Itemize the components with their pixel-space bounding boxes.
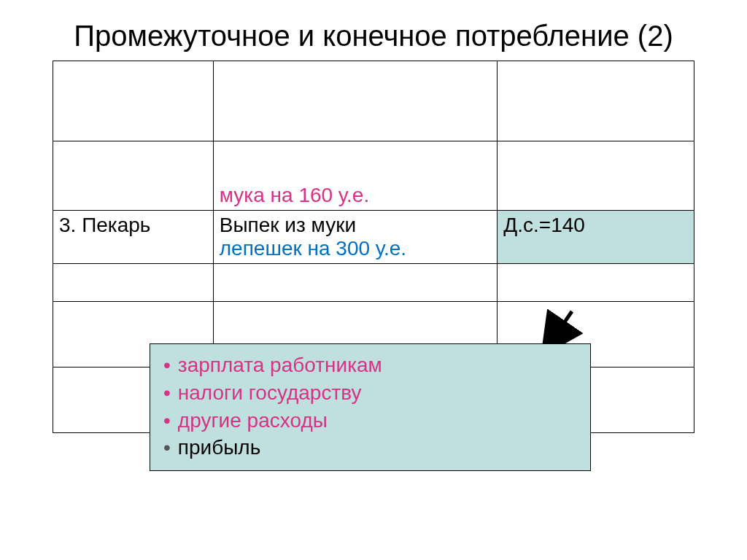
bullet-icon: • bbox=[163, 355, 171, 376]
bullet-icon: • bbox=[163, 438, 171, 458]
callout-item-label: налоги государству bbox=[178, 379, 362, 407]
table-cell bbox=[213, 61, 497, 141]
callout-box: • зарплата работникам • налоги государст… bbox=[150, 343, 591, 471]
callout-item-label: прибыль bbox=[178, 434, 260, 462]
bullet-icon: • bbox=[163, 411, 171, 431]
list-item: • зарплата работникам bbox=[163, 351, 577, 379]
table-cell bbox=[53, 264, 214, 302]
list-item: • прибыль bbox=[163, 434, 577, 462]
table-cell bbox=[213, 264, 497, 302]
callout-item-label: зарплата работникам bbox=[178, 351, 382, 379]
list-item: • налоги государству bbox=[163, 379, 577, 407]
table-cell bbox=[498, 264, 694, 302]
table-cell bbox=[498, 61, 694, 141]
table-cell-added-value: Д.с.=140 bbox=[498, 211, 694, 264]
table-cell bbox=[498, 141, 694, 211]
slide-title: Промежуточное и конечное потребление (2) bbox=[0, 0, 747, 61]
action-result: лепешек на 300 у.е. bbox=[220, 237, 406, 260]
table-cell bbox=[53, 61, 214, 141]
table-cell bbox=[53, 141, 214, 211]
list-item: • другие расходы bbox=[163, 407, 577, 435]
svg-line-1 bbox=[553, 311, 572, 339]
action-prefix: Выпек из муки bbox=[220, 214, 356, 236]
table-cell: мука на 160 у.е. bbox=[213, 141, 497, 211]
table-cell-baker: 3. Пекарь bbox=[53, 211, 214, 264]
table-cell-action: Выпек из муки лепешек на 300 у.е. bbox=[213, 211, 497, 264]
callout-item-label: другие расходы bbox=[178, 407, 328, 435]
flour-text: мука на 160 у.е. bbox=[220, 184, 369, 206]
bullet-icon: • bbox=[163, 383, 171, 403]
